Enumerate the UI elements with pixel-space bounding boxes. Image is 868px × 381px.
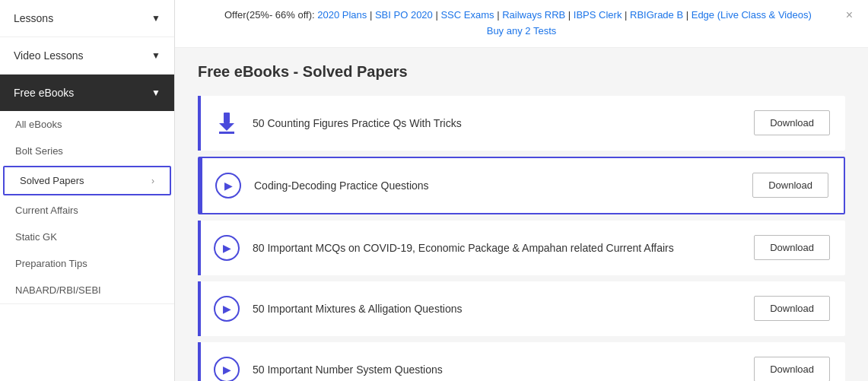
- content-area: Free eBooks - Solved Papers 50 Counting …: [175, 48, 868, 381]
- sidebar-item-label: Preparation Tips: [15, 258, 87, 269]
- lessons-header[interactable]: Lessons ▼: [0, 0, 174, 37]
- offer-link-rbi-grade-b[interactable]: RBIGrade B: [630, 9, 683, 21]
- sidebar-item-nabard-rbi-sebi[interactable]: NABARD/RBI/SEBI: [0, 277, 174, 303]
- offer-separator: |: [433, 9, 441, 21]
- offer-separator: |: [683, 9, 692, 21]
- download-icon: [213, 110, 240, 137]
- play-icon: ▶: [213, 295, 240, 322]
- lessons-label: Lessons: [14, 12, 53, 24]
- video-lessons-label: Video Lessons: [14, 49, 84, 62]
- sidebar-item-preparation-tips[interactable]: Preparation Tips: [0, 250, 174, 277]
- ebook-row-number-system: ▶ 50 Important Number System QuestionsDo…: [198, 342, 845, 381]
- main-content: × Offer(25%- 66% off): 2020 Plans | SBI …: [175, 0, 868, 381]
- download-button[interactable]: Download: [754, 235, 830, 260]
- ebook-row-covid-mcqs: ▶ 80 Important MCQs on COVID-19, Economi…: [198, 221, 845, 275]
- sidebar-sub-menu: All eBooksBolt SeriesSolved Papers›Curre…: [0, 111, 174, 303]
- play-icon: ▶: [213, 356, 240, 381]
- download-button[interactable]: Download: [752, 173, 828, 198]
- lessons-chevron-icon: ▼: [151, 13, 161, 24]
- ebook-row-coding-decoding: ▶ Coding-Decoding Practice QuestionsDown…: [198, 157, 845, 214]
- sidebar-item-label: Static GK: [15, 231, 57, 243]
- free-ebooks-chevron-icon: ▼: [151, 87, 161, 98]
- offer-link-2020-plans[interactable]: 2020 Plans: [317, 9, 367, 21]
- offer-prefix: Offer(25%- 66% off):: [224, 9, 315, 21]
- offer-links: 2020 Plans | SBI PO 2020 | SSC Exams | R…: [317, 9, 811, 21]
- sidebar-item-all-ebooks[interactable]: All eBooks: [0, 111, 174, 138]
- download-button[interactable]: Download: [754, 357, 830, 381]
- page-title: Free eBooks - Solved Papers: [198, 63, 845, 81]
- offer-link-railways-rrb[interactable]: Railways RRB: [502, 9, 565, 21]
- offer-separator: |: [367, 9, 375, 21]
- sidebar-section-video-lessons: Video Lessons ▼: [0, 37, 174, 75]
- ebook-title: 50 Counting Figures Practice Qs With Tri…: [253, 117, 754, 129]
- ebooks-list: 50 Counting Figures Practice Qs With Tri…: [198, 96, 845, 381]
- offer-separator: |: [494, 9, 503, 21]
- close-offer-btn[interactable]: ×: [846, 9, 853, 21]
- offer-separator: |: [565, 9, 574, 21]
- sidebar-section-lessons: Lessons ▼: [0, 0, 174, 37]
- offer-link-edge[interactable]: Edge (Live Class & Videos): [692, 9, 812, 21]
- sidebar-item-current-affairs[interactable]: Current Affairs: [0, 197, 174, 224]
- ebook-title: 80 Important MCQs on COVID-19, Economic …: [253, 242, 754, 254]
- ebook-row-counting-figures: 50 Counting Figures Practice Qs With Tri…: [198, 96, 845, 151]
- download-button[interactable]: Download: [754, 296, 830, 321]
- free-ebooks-header[interactable]: Free eBooks ▼: [0, 75, 174, 111]
- offer-bar: × Offer(25%- 66% off): 2020 Plans | SBI …: [175, 0, 868, 48]
- sidebar-item-label: Bolt Series: [15, 145, 63, 157]
- download-button[interactable]: Download: [754, 110, 830, 135]
- play-icon: ▶: [213, 234, 240, 262]
- sidebar-item-solved-papers[interactable]: Solved Papers›: [3, 166, 171, 195]
- sidebar-item-label: NABARD/RBI/SEBI: [15, 284, 101, 296]
- ebook-title: Coding-Decoding Practice Questions: [254, 179, 752, 192]
- buy-tests-link[interactable]: Buy any 2 Tests: [487, 25, 557, 37]
- sidebar-item-label: All eBooks: [15, 119, 62, 130]
- sidebar-item-label: Solved Papers: [20, 175, 84, 186]
- sidebar-section-free-ebooks: Free eBooks ▼ All eBooksBolt SeriesSolve…: [0, 75, 174, 304]
- sidebar-item-static-gk[interactable]: Static GK: [0, 224, 174, 250]
- offer-link-ssc-exams[interactable]: SSC Exams: [440, 9, 494, 21]
- offer-link-ibps-clerk[interactable]: IBPS Clerk: [574, 9, 622, 21]
- free-ebooks-label: Free eBooks: [14, 87, 74, 99]
- ebook-row-mixtures-alligation: ▶ 50 Important Mixtures & Alligation Que…: [198, 281, 845, 336]
- offer-separator: |: [622, 9, 630, 21]
- video-lessons-header[interactable]: Video Lessons ▼: [0, 37, 174, 74]
- sidebar: Lessons ▼ Video Lessons ▼ Free eBooks ▼ …: [0, 0, 175, 381]
- ebook-title: 50 Important Number System Questions: [253, 364, 754, 376]
- offer-link-sbi-po[interactable]: SBI PO 2020: [375, 9, 433, 21]
- play-icon: ▶: [215, 172, 242, 199]
- video-lessons-chevron-icon: ▼: [151, 50, 161, 61]
- sidebar-item-label: Current Affairs: [15, 205, 78, 216]
- sidebar-item-bolt-series[interactable]: Bolt Series: [0, 138, 174, 164]
- ebook-title: 50 Important Mixtures & Alligation Quest…: [253, 303, 754, 315]
- sidebar-item-arrow-icon: ›: [151, 176, 154, 186]
